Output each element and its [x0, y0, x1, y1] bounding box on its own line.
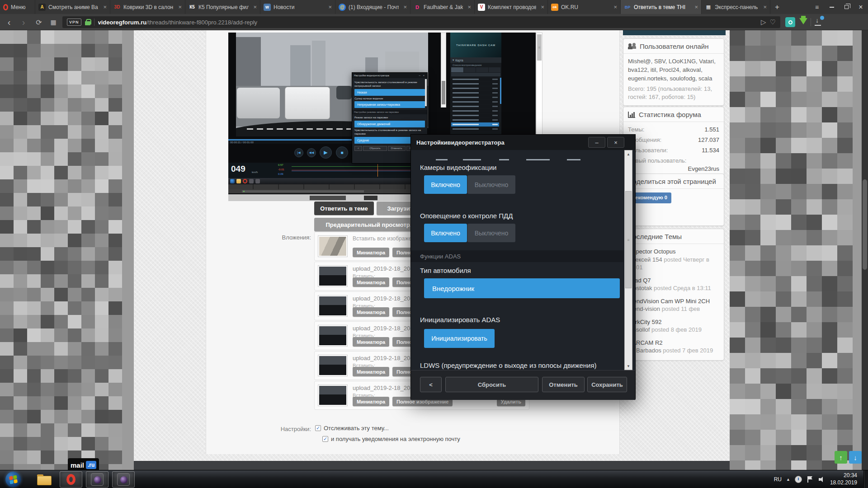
dialog-close-button[interactable]: × — [607, 137, 624, 148]
attachment-thumbnail[interactable] — [318, 385, 348, 406]
action-center-flag-icon[interactable] — [807, 476, 814, 483]
new-tab-button[interactable]: + — [770, 0, 784, 14]
tab-close-icon[interactable]: × — [541, 4, 544, 10]
tab-k5-films[interactable]: К5 К5 Популярные фильм × — [185, 0, 260, 14]
tab-menu-icon[interactable]: ≡ — [809, 0, 825, 14]
start-button[interactable] — [5, 472, 21, 487]
show-desktop-button[interactable] — [863, 470, 868, 488]
send-to-device-icon[interactable]: ▷ — [761, 18, 766, 26]
recent-topic[interactable]: CARCAM R2 mr.Barbados posted 7 фев 2019 — [623, 337, 724, 357]
back-icon[interactable]: ‹ — [3, 14, 15, 30]
address-bar[interactable]: VPN videoregforum.ru/threads/thinkware-f… — [62, 16, 780, 28]
tab-opera-menu[interactable]: Меню — [0, 0, 35, 14]
cameras-on-toggle[interactable]: Включено — [424, 175, 467, 194]
taskbar-dashcam-viewer2-button[interactable] — [112, 471, 135, 488]
tab-close-icon[interactable]: × — [328, 4, 332, 10]
speed-dial-grid-icon[interactable]: ▦ — [47, 14, 60, 30]
thumbnail-button[interactable]: Миниатюра — [353, 277, 389, 287]
tab-close-icon[interactable]: × — [467, 4, 471, 10]
recent-topic[interactable]: TrendVision Cam WP Mini 2CH Trend-vision… — [623, 295, 724, 316]
users-online-card: Пользователи онлайн Mishel@, SBV, LOoK1N… — [623, 38, 724, 106]
card-header: Поделиться этой страницей — [623, 174, 724, 189]
scroll-to-bottom-button[interactable]: ↓ — [849, 451, 862, 464]
tab-forum-reply-active[interactable]: BP Ответить в теме THI × — [621, 0, 702, 14]
car-type-button[interactable]: Внедорожник — [424, 278, 620, 298]
tab-close-icon[interactable]: × — [103, 4, 107, 10]
volume-icon[interactable] — [818, 476, 826, 483]
tab-close-icon[interactable]: × — [253, 4, 257, 10]
watch-topic-checkbox[interactable]: ✓ — [315, 425, 321, 431]
adas-init-button[interactable]: Инициализировать — [424, 329, 495, 348]
online-users-list[interactable]: Mishel@, SBV, LOoK1NG, Vatari, bva122, i… — [628, 57, 719, 83]
thumbnail-button[interactable]: Миниатюра — [353, 307, 389, 317]
scroll-to-top-button[interactable]: ↑ — [835, 451, 847, 464]
tab-okru[interactable]: ok OK.RU × — [548, 0, 621, 14]
tray-app-icon[interactable] — [795, 476, 802, 483]
traffic-alert-off-toggle[interactable]: Выключено — [467, 224, 515, 242]
thumbnail-button[interactable]: Миниатюра — [353, 367, 389, 376]
tab-close-icon[interactable]: × — [178, 4, 182, 10]
thumbnail-button[interactable]: Миниатюра — [353, 337, 389, 347]
dialog-scrollbar[interactable]: ▲ ≡ ▼ — [624, 150, 632, 370]
tab-anime[interactable]: A Смотреть аниме Ва × — [35, 0, 110, 14]
extension-savefrom-icon[interactable] — [799, 18, 807, 24]
tab-kovriki[interactable]: 3D Коврики 3D в салон × — [110, 0, 185, 14]
secure-lock-icon[interactable] — [85, 19, 90, 25]
traffic-alert-on-toggle[interactable]: Включено — [424, 224, 467, 242]
reply-button[interactable]: Ответить в теме — [314, 202, 374, 215]
email-notify-option[interactable]: ✓ и получать уведомления на электронную … — [322, 436, 460, 442]
extension-lightbulb-icon[interactable] — [785, 17, 795, 27]
scrollbar-down-icon[interactable]: ▼ — [625, 362, 632, 370]
restore-button[interactable] — [839, 0, 854, 14]
taskbar-clock[interactable]: 20:34 18.02.2019 — [830, 472, 857, 486]
tab-close-icon[interactable]: × — [403, 4, 407, 10]
watch-topic-option[interactable]: ✓ Отслеживать эту тему... — [315, 425, 389, 432]
page-scrollbar[interactable] — [862, 30, 868, 470]
attachment-thumbnail[interactable] — [318, 355, 348, 376]
preview-button[interactable]: Предварительный просмотр... — [314, 218, 426, 231]
language-indicator[interactable]: RU — [774, 476, 782, 483]
tray-expand-icon[interactable]: ▲ — [786, 477, 790, 482]
tab-vk-news[interactable]: w Новости × — [260, 0, 335, 14]
email-notify-checkbox[interactable]: ✓ — [322, 436, 328, 442]
recent-topic[interactable]: Inspector Octopus Алексей 154 posted Чет… — [623, 245, 724, 274]
tab-mail-inbox[interactable]: @ (1) Входящие - Почт × — [335, 0, 410, 14]
dialog-save-button[interactable]: Сохранить — [587, 377, 627, 392]
taskbar-explorer-button[interactable] — [33, 471, 55, 488]
vpn-badge[interactable]: VPN — [67, 19, 81, 26]
scrollbar-thumb[interactable]: ≡ — [625, 191, 632, 288]
reload-icon[interactable]: ⟳ — [33, 14, 45, 30]
tab-close-icon[interactable]: × — [694, 4, 698, 10]
tab-close-icon[interactable]: × — [763, 4, 767, 10]
close-window-button[interactable]: × — [854, 0, 868, 14]
bookmark-heart-icon[interactable]: ♡ — [770, 18, 776, 26]
tab-wires-kit[interactable]: V Комплект проводов × — [475, 0, 548, 14]
dialog-minimize-button[interactable]: – — [588, 137, 605, 148]
thumbnail-button[interactable]: Миниатюра — [353, 397, 389, 406]
newest-user[interactable]: Evgen23rus — [628, 165, 719, 174]
recent-topic[interactable]: ParkCity 592 rassollof posted 8 фев 2019 — [623, 316, 724, 337]
cameras-off-toggle[interactable]: Выключено — [467, 175, 515, 194]
tab-close-icon[interactable]: × — [613, 4, 617, 10]
recent-topic[interactable]: Iroad Q7 prostotak posted Среда в 13:11 — [623, 274, 724, 295]
tab-deezer[interactable]: D Faulhaber & Jake Re × — [410, 0, 475, 14]
attachment-thumbnail[interactable] — [318, 325, 348, 347]
scrollbar-up-icon[interactable]: ▲ — [625, 150, 632, 158]
forward-icon[interactable]: › — [17, 14, 30, 30]
minimize-button[interactable] — [825, 0, 839, 14]
taskbar-dashcam-viewer-button[interactable] — [86, 471, 108, 488]
background-mosaic-left — [0, 30, 134, 470]
speed-dial-icon: ▦ — [705, 4, 712, 11]
dialog-cancel-button[interactable]: Отменить — [542, 377, 585, 392]
thumbnail-button[interactable]: Миниатюра — [353, 248, 389, 257]
opera-logo-icon — [3, 4, 8, 10]
attachment-thumbnail[interactable] — [318, 265, 348, 287]
taskbar-opera-button[interactable] — [60, 471, 82, 488]
dialog-reset-button[interactable]: Сбросить — [445, 377, 538, 392]
online-total: Всего: 195 (пользователей: 13, гостей: 1… — [628, 85, 719, 102]
tab-speed-dial[interactable]: ▦ Экспресс-панель × — [702, 0, 770, 14]
dialog-back-button[interactable]: < — [420, 377, 442, 392]
attachment-thumbnail[interactable] — [318, 235, 348, 257]
url-text[interactable]: videoregforum.ru/threads/thinkware-f800p… — [98, 19, 757, 26]
attachment-thumbnail[interactable] — [318, 295, 348, 317]
